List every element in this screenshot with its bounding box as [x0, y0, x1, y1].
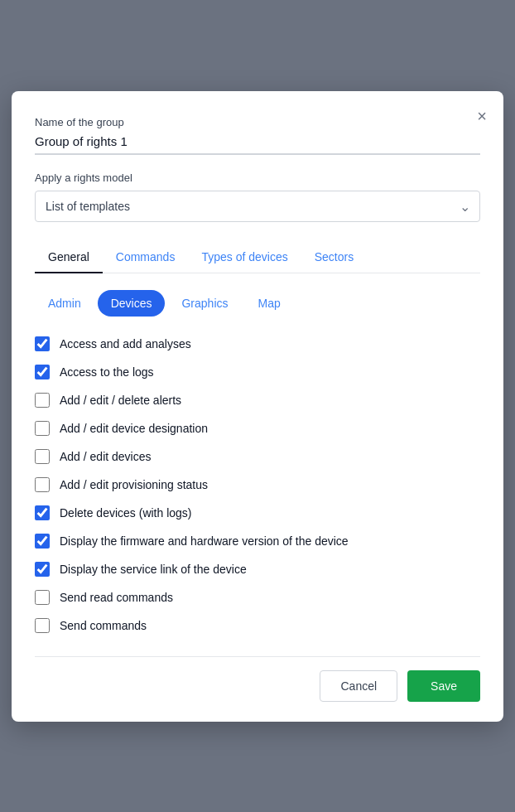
list-item[interactable]: Display the firmware and hardware versio…	[35, 534, 480, 549]
checkbox-delete-devices[interactable]	[35, 505, 50, 520]
checkbox-label: Send commands	[60, 619, 147, 632]
save-button[interactable]: Save	[407, 670, 480, 702]
apply-rights-label: Apply a rights model	[35, 172, 480, 184]
checkbox-label: Add / edit devices	[60, 450, 152, 463]
checkbox-access-logs[interactable]	[35, 365, 50, 379]
template-select-wrapper: List of templates ⌄	[35, 191, 480, 222]
list-item[interactable]: Access and add analyses	[35, 336, 480, 351]
checkbox-add-edit-devices[interactable]	[35, 449, 50, 464]
checkbox-label: Delete devices (with logs)	[60, 506, 192, 520]
list-item[interactable]: Add / edit provisioning status	[35, 477, 480, 492]
checkbox-label: Display the firmware and hardware versio…	[60, 534, 349, 548]
cancel-button[interactable]: Cancel	[320, 670, 397, 702]
list-item[interactable]: Add / edit / delete alerts	[35, 393, 480, 408]
list-item[interactable]: Add / edit device designation	[35, 421, 480, 436]
tab-general[interactable]: General	[35, 242, 103, 273]
checkbox-label: Add / edit device designation	[60, 422, 208, 435]
checkbox-label: Access to the logs	[60, 365, 154, 379]
checkbox-display-firmware-hardware[interactable]	[35, 534, 50, 549]
list-item[interactable]: Add / edit devices	[35, 449, 480, 464]
list-item[interactable]: Delete devices (with logs)	[35, 505, 480, 520]
tab-types-of-devices[interactable]: Types of devices	[188, 242, 301, 273]
checkbox-send-commands[interactable]	[35, 618, 50, 633]
list-item[interactable]: Access to the logs	[35, 365, 480, 379]
list-item[interactable]: Display the service link of the device	[35, 562, 480, 577]
modal-footer: Cancel Save	[35, 656, 480, 702]
checkbox-access-add-analyses[interactable]	[35, 336, 50, 351]
checkbox-display-service-link[interactable]	[35, 562, 50, 577]
checkbox-label: Add / edit provisioning status	[60, 478, 208, 491]
checkbox-add-edit-provisioning-status[interactable]	[35, 477, 50, 492]
close-button[interactable]: ×	[474, 104, 490, 128]
tab-commands[interactable]: Commands	[103, 242, 189, 273]
sub-tab-devices[interactable]: Devices	[98, 290, 166, 317]
sub-tab-graphics[interactable]: Graphics	[168, 290, 241, 317]
group-name-label: Name of the group	[35, 116, 124, 128]
sub-tab-admin[interactable]: Admin	[35, 290, 94, 317]
checkbox-label: Display the service link of the device	[60, 563, 247, 576]
permissions-list: Access and add analyses Access to the lo…	[35, 336, 480, 633]
checkbox-add-edit-delete-alerts[interactable]	[35, 393, 50, 408]
sub-tab-map[interactable]: Map	[245, 290, 294, 317]
checkbox-add-edit-device-designation[interactable]	[35, 421, 50, 436]
template-select[interactable]: List of templates	[35, 191, 480, 222]
checkbox-label: Access and add analyses	[60, 337, 191, 350]
list-item[interactable]: Send commands	[35, 618, 480, 633]
modal-overlay: × Name of the group Apply a rights model…	[0, 0, 515, 812]
checkbox-send-read-commands[interactable]	[35, 590, 50, 605]
list-item[interactable]: Send read commands	[35, 590, 480, 605]
sub-tabs: Admin Devices Graphics Map	[35, 290, 480, 317]
group-name-input[interactable]	[35, 129, 480, 155]
checkbox-label: Add / edit / delete alerts	[60, 394, 181, 407]
main-tabs: General Commands Types of devices Sector…	[35, 242, 480, 273]
modal-dialog: × Name of the group Apply a rights model…	[12, 91, 503, 722]
tab-sectors[interactable]: Sectors	[301, 242, 367, 273]
checkbox-label: Send read commands	[60, 591, 173, 604]
